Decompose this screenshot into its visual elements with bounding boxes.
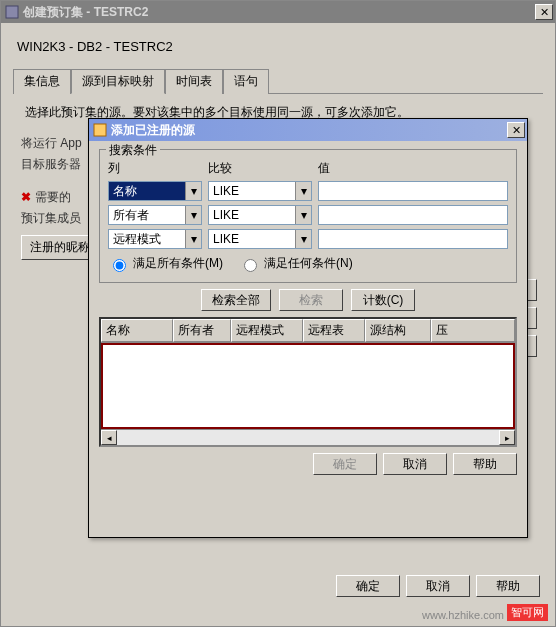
search-conditions-fieldset: 搜索条件 列 比较 值 名称▾ LIKE▾ 所有者▾ LIKE▾ 远程模式▾ L… (99, 149, 517, 283)
chevron-down-icon: ▾ (295, 206, 311, 224)
main-cancel-button[interactable]: 取消 (406, 575, 470, 597)
val-input-1[interactable] (318, 205, 508, 225)
count-button[interactable]: 计数(C) (351, 289, 415, 311)
cond-header: 列 比较 值 (108, 160, 508, 177)
modal-button-row: 确定 取消 帮助 (99, 453, 517, 475)
cond-row-1: 所有者▾ LIKE▾ (108, 205, 508, 225)
chevron-down-icon: ▾ (185, 182, 201, 200)
main-titlebar: 创建预订集 - TESTRC2 ✕ (1, 1, 555, 23)
modal-icon (93, 123, 107, 137)
val-input-0[interactable] (318, 181, 508, 201)
header-col: 列 (108, 160, 208, 177)
results-header: 名称 所有者 远程模式 远程表 源结构 压 (101, 319, 515, 343)
radio-all[interactable]: 满足所有条件(M) (108, 255, 223, 272)
cond-row-2: 远程模式▾ LIKE▾ (108, 229, 508, 249)
cmp-select-0[interactable]: LIKE▾ (208, 181, 312, 201)
main-title: 创建预订集 - TESTRC2 (23, 4, 533, 21)
scroll-track[interactable] (117, 430, 499, 445)
modal-ok-button[interactable]: 确定 (313, 453, 377, 475)
modal-title: 添加已注册的源 (111, 122, 505, 139)
radio-row: 满足所有条件(M) 满足任何条件(N) (108, 255, 508, 272)
rescol-remote-table[interactable]: 远程表 (303, 319, 365, 342)
h-scrollbar[interactable]: ◂ ▸ (101, 429, 515, 445)
cond-row-0: 名称▾ LIKE▾ (108, 181, 508, 201)
modal-titlebar: 添加已注册的源 ✕ (89, 119, 527, 141)
results-body[interactable] (101, 343, 515, 429)
add-source-dialog: 添加已注册的源 ✕ 搜索条件 列 比较 值 名称▾ LIKE▾ 所有者▾ LIK… (88, 118, 528, 538)
watermark-url: www.hzhike.com (422, 609, 504, 621)
modal-close-icon[interactable]: ✕ (507, 122, 525, 138)
chevron-down-icon: ▾ (185, 206, 201, 224)
scroll-left-icon[interactable]: ◂ (101, 430, 117, 445)
svg-rect-1 (94, 124, 106, 136)
modal-body: 搜索条件 列 比较 值 名称▾ LIKE▾ 所有者▾ LIKE▾ 远程模式▾ L… (89, 141, 527, 481)
chevron-down-icon: ▾ (185, 230, 201, 248)
breadcrumb: WIN2K3 - DB2 - TESTRC2 (17, 39, 543, 54)
col-select-0[interactable]: 名称▾ (108, 181, 202, 201)
tab-statements[interactable]: 语句 (223, 69, 269, 94)
main-ok-button[interactable]: 确定 (336, 575, 400, 597)
col-select-1[interactable]: 所有者▾ (108, 205, 202, 225)
header-val: 值 (318, 160, 508, 177)
cmp-select-2[interactable]: LIKE▾ (208, 229, 312, 249)
app-icon (5, 5, 19, 19)
search-button[interactable]: 检索 (279, 289, 343, 311)
tab-source-target[interactable]: 源到目标映射 (71, 69, 165, 94)
tab-schedule[interactable]: 时间表 (165, 69, 223, 94)
radio-any-input[interactable] (244, 259, 257, 272)
chevron-down-icon: ▾ (295, 182, 311, 200)
main-bottom-buttons: 确定 取消 帮助 (336, 575, 540, 597)
search-all-button[interactable]: 检索全部 (201, 289, 271, 311)
scroll-right-icon[interactable]: ▸ (499, 430, 515, 445)
val-input-2[interactable] (318, 229, 508, 249)
close-icon[interactable]: ✕ (535, 4, 553, 20)
results-grid: 名称 所有者 远程模式 远程表 源结构 压 ◂ ▸ (99, 317, 517, 447)
tab-bar: 集信息 源到目标映射 时间表 语句 (13, 68, 543, 94)
rescol-source-struct[interactable]: 源结构 (365, 319, 431, 342)
rescol-name[interactable]: 名称 (101, 319, 173, 342)
tab-set-info[interactable]: 集信息 (13, 69, 71, 94)
col-select-2[interactable]: 远程模式▾ (108, 229, 202, 249)
radio-any[interactable]: 满足任何条件(N) (239, 255, 353, 272)
rescol-owner[interactable]: 所有者 (173, 319, 231, 342)
cmp-select-1[interactable]: LIKE▾ (208, 205, 312, 225)
search-action-row: 检索全部 检索 计数(C) (99, 289, 517, 311)
error-icon: ✖ (21, 190, 31, 204)
header-cmp: 比较 (208, 160, 318, 177)
chevron-down-icon: ▾ (295, 230, 311, 248)
svg-rect-0 (6, 6, 18, 18)
rescol-compress[interactable]: 压 (431, 319, 515, 342)
rescol-remote-schema[interactable]: 远程模式 (231, 319, 303, 342)
modal-help-button[interactable]: 帮助 (453, 453, 517, 475)
radio-all-input[interactable] (113, 259, 126, 272)
watermark-badge: 智可网 (507, 604, 548, 621)
main-help-button[interactable]: 帮助 (476, 575, 540, 597)
modal-cancel-button[interactable]: 取消 (383, 453, 447, 475)
fieldset-legend: 搜索条件 (106, 142, 160, 159)
